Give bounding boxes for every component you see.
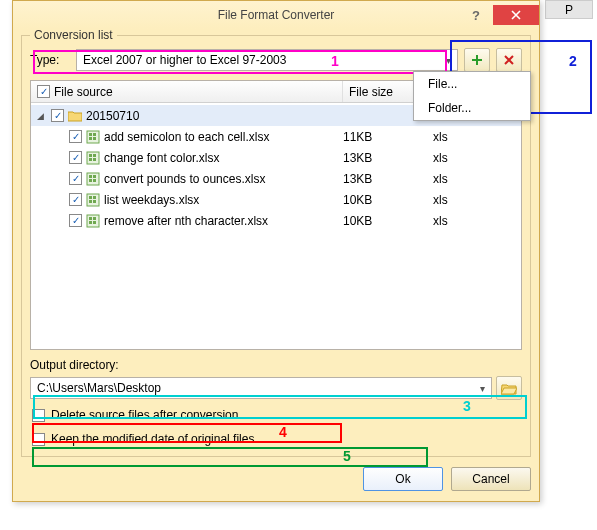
x-icon: [503, 54, 515, 66]
row-checkbox[interactable]: ✓: [69, 130, 82, 143]
delete-source-row[interactable]: ✓ Delete source files after conversion: [30, 406, 522, 424]
file-size: 10KB: [343, 193, 433, 207]
chevron-down-icon: ▾: [480, 383, 485, 394]
svg-rect-18: [89, 200, 92, 203]
add-menu: File... Folder...: [413, 71, 531, 121]
row-checkbox[interactable]: ✓: [69, 151, 82, 164]
file-name: convert pounds to ounces.xlsx: [104, 172, 265, 186]
column-header-p[interactable]: P: [545, 0, 593, 19]
svg-rect-3: [89, 137, 92, 140]
group-legend: Conversion list: [30, 28, 117, 42]
svg-rect-11: [89, 175, 92, 178]
file-name: add semicolon to each cell.xlsx: [104, 130, 269, 144]
cancel-button[interactable]: Cancel: [451, 467, 531, 491]
type-label: Type:: [30, 53, 70, 67]
svg-rect-21: [89, 217, 92, 220]
svg-rect-2: [93, 133, 96, 136]
table-row[interactable]: ✓list weekdays.xlsx10KBxls: [31, 189, 521, 210]
chevron-down-icon: ▾: [446, 55, 451, 66]
output-dir-dropdown[interactable]: C:\Users\Mars\Desktop ▾: [30, 377, 492, 399]
ok-button[interactable]: Ok: [363, 467, 443, 491]
browse-button[interactable]: [496, 376, 522, 400]
folder-icon: [68, 110, 82, 122]
close-button[interactable]: [493, 5, 539, 25]
table-row[interactable]: ✓change font color.xlsx13KBxls: [31, 147, 521, 168]
row-checkbox[interactable]: ✓: [69, 214, 82, 227]
add-button[interactable]: [464, 48, 490, 72]
remove-button[interactable]: [496, 48, 522, 72]
svg-rect-16: [89, 196, 92, 199]
svg-rect-22: [93, 217, 96, 220]
svg-rect-1: [89, 133, 92, 136]
file-size: 11KB: [343, 130, 433, 144]
row-checkbox[interactable]: ✓: [69, 193, 82, 206]
root-checkbox[interactable]: ✓: [51, 109, 64, 122]
excel-file-icon: [86, 193, 100, 207]
open-folder-icon: [501, 382, 517, 395]
file-size: 13KB: [343, 172, 433, 186]
svg-rect-8: [89, 158, 92, 161]
type-dropdown-value: Excel 2007 or higher to Excel 97-2003: [83, 53, 286, 67]
output-type: xls: [433, 130, 493, 144]
excel-file-icon: [86, 151, 100, 165]
svg-rect-24: [93, 221, 96, 224]
delete-source-label: Delete source files after conversion: [51, 408, 238, 422]
collapse-icon[interactable]: ◢: [37, 111, 47, 121]
output-type: xls: [433, 151, 493, 165]
output-dir-label: Output directory:: [30, 358, 522, 372]
row-checkbox[interactable]: ✓: [69, 172, 82, 185]
table-row[interactable]: ✓add semicolon to each cell.xlsx11KBxls: [31, 126, 521, 147]
svg-rect-19: [93, 200, 96, 203]
table-row[interactable]: ✓convert pounds to ounces.xlsx13KBxls: [31, 168, 521, 189]
output-type: xls: [433, 193, 493, 207]
file-name: change font color.xlsx: [104, 151, 219, 165]
file-format-converter-dialog: File Format Converter ? Conversion list …: [12, 0, 540, 502]
excel-file-icon: [86, 172, 100, 186]
file-size: 10KB: [343, 214, 433, 228]
col-file-source[interactable]: ✓ File source: [31, 81, 343, 102]
svg-rect-4: [93, 137, 96, 140]
svg-rect-12: [93, 175, 96, 178]
keep-date-checkbox[interactable]: ✓: [32, 433, 45, 446]
excel-file-icon: [86, 214, 100, 228]
table-row[interactable]: ✓remove after nth character.xlsx10KBxls: [31, 210, 521, 231]
titlebar[interactable]: File Format Converter ?: [13, 1, 539, 29]
file-size: 13KB: [343, 151, 433, 165]
output-dir-value: C:\Users\Mars\Desktop: [37, 381, 161, 395]
file-name: remove after nth character.xlsx: [104, 214, 268, 228]
keep-date-label: Keep the modified date of original files: [51, 432, 254, 446]
output-type: xls: [433, 172, 493, 186]
add-menu-folder[interactable]: Folder...: [414, 96, 530, 120]
root-label: 20150710: [86, 109, 139, 123]
col-file-source-label: File source: [54, 85, 113, 99]
add-menu-file[interactable]: File...: [414, 72, 530, 96]
help-button[interactable]: ?: [459, 5, 493, 25]
svg-rect-9: [93, 158, 96, 161]
svg-rect-6: [89, 154, 92, 157]
list-body: ◢ ✓ 20150710 ✓add semicolon to each cell…: [31, 103, 521, 233]
svg-rect-7: [93, 154, 96, 157]
plus-icon: [471, 54, 483, 66]
excel-file-icon: [86, 130, 100, 144]
svg-rect-14: [93, 179, 96, 182]
file-name: list weekdays.xlsx: [104, 193, 199, 207]
output-type: xls: [433, 214, 493, 228]
header-checkbox[interactable]: ✓: [37, 85, 50, 98]
delete-source-checkbox[interactable]: ✓: [32, 409, 45, 422]
svg-rect-23: [89, 221, 92, 224]
svg-rect-13: [89, 179, 92, 182]
keep-date-row[interactable]: ✓ Keep the modified date of original fil…: [30, 430, 522, 448]
close-icon: [511, 10, 521, 20]
svg-rect-17: [93, 196, 96, 199]
type-dropdown[interactable]: Excel 2007 or higher to Excel 97-2003 ▾: [76, 49, 458, 71]
